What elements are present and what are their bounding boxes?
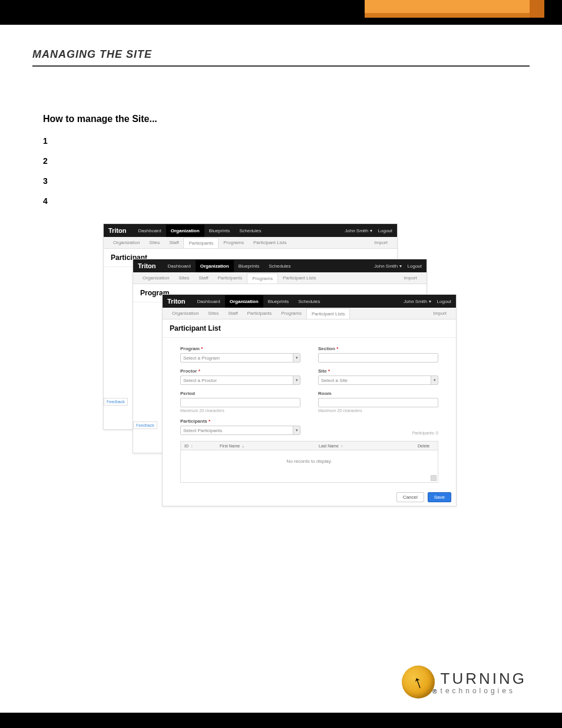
- form-footer: Cancel Save: [396, 492, 451, 502]
- grid-body: No records to display.: [180, 450, 438, 483]
- col-last-name[interactable]: Last Name◊: [315, 444, 414, 448]
- sub-programs[interactable]: Programs: [276, 311, 306, 316]
- sub-participants[interactable]: Participants: [183, 238, 219, 248]
- period-input[interactable]: [180, 398, 300, 407]
- import-link[interactable]: Import: [428, 311, 451, 316]
- app-topbar: Triton Dashboard Organization Blueprints…: [104, 224, 397, 237]
- logo-text-line2: technologies: [441, 687, 527, 695]
- sub-programs[interactable]: Programs: [247, 273, 278, 284]
- nav-blueprints[interactable]: Blueprints: [234, 263, 265, 269]
- user-menu[interactable]: John Smith ▾: [404, 299, 431, 304]
- program-label: Program *: [180, 346, 300, 351]
- sub-participants[interactable]: Participants: [242, 311, 276, 316]
- col-delete: Delete: [414, 444, 438, 448]
- proctor-label: Proctor *: [180, 368, 300, 374]
- sub-organization[interactable]: Organization: [138, 275, 174, 281]
- period-helper: Maximum 20 characters: [180, 409, 300, 413]
- sub-participant-lists[interactable]: Participant Lists: [306, 308, 350, 319]
- logout-link[interactable]: Logout: [408, 263, 422, 269]
- sub-staff[interactable]: Staff: [194, 275, 213, 281]
- nav-schedules[interactable]: Schedules: [293, 299, 325, 304]
- app-topbar: Triton Dashboard Organization Blueprints…: [133, 259, 427, 272]
- sub-participant-lists[interactable]: Participant Lists: [249, 240, 291, 245]
- site-select[interactable]: Select a Site▾: [318, 375, 438, 385]
- step-2: 2: [43, 156, 530, 166]
- form-area: Program * Select a Program▾ Section *: [163, 338, 456, 491]
- sub-organization[interactable]: Organization: [167, 311, 203, 316]
- nav-dashboard[interactable]: Dashboard: [163, 263, 196, 269]
- app-window-participant-list: Triton Dashboard Organization Blueprints…: [162, 294, 457, 506]
- section-title: MANAGING THE SITE: [32, 48, 530, 67]
- period-label: Period: [180, 391, 300, 396]
- participants-select[interactable]: Select Participants▾: [180, 426, 300, 435]
- sort-icon: ▴: [242, 444, 244, 448]
- sort-icon: ◊: [341, 444, 343, 448]
- cancel-button[interactable]: Cancel: [396, 492, 424, 502]
- chevron-down-icon: ▾: [293, 376, 300, 384]
- nav-schedules[interactable]: Schedules: [234, 228, 266, 233]
- howto-heading: How to manage the Site...: [43, 114, 530, 124]
- sub-participant-lists[interactable]: Participant Lists: [278, 275, 320, 281]
- import-link[interactable]: Import: [399, 275, 422, 281]
- step-4: 4: [43, 196, 530, 206]
- program-select[interactable]: Select a Program▾: [180, 353, 300, 363]
- nav-blueprints[interactable]: Blueprints: [263, 299, 294, 304]
- sub-organization[interactable]: Organization: [108, 240, 144, 245]
- user-menu[interactable]: John Smith ▾: [374, 263, 401, 269]
- app-brand: Triton: [108, 227, 127, 234]
- app-topbar: Triton Dashboard Organization Blueprints…: [163, 295, 456, 308]
- save-button[interactable]: Save: [428, 492, 451, 502]
- orange-accent: [365, 0, 544, 18]
- import-link[interactable]: Import: [369, 240, 392, 245]
- app-subbar: Organization Sites Staff Participants Pr…: [163, 308, 456, 319]
- room-label: Room: [318, 391, 438, 396]
- footer-logo: ↑ ® TURNING technologies: [402, 666, 527, 699]
- grid-header: ID◊ First Name▴ Last Name◊ Delete: [180, 441, 438, 450]
- sub-sites[interactable]: Sites: [174, 275, 194, 281]
- app-subbar: Organization Sites Staff Participants Pr…: [133, 272, 427, 284]
- sub-staff[interactable]: Staff: [164, 240, 183, 245]
- app-subbar: Organization Sites Staff Participants Pr…: [104, 237, 397, 249]
- arrow-icon: ↑: [411, 671, 426, 693]
- col-first-name[interactable]: First Name▴: [216, 444, 315, 448]
- nav-dashboard[interactable]: Dashboard: [193, 299, 225, 304]
- logout-link[interactable]: Logout: [437, 299, 451, 304]
- chevron-down-icon: ▾: [293, 354, 300, 362]
- room-helper: Maximum 20 characters: [318, 409, 438, 413]
- nav-blueprints[interactable]: Blueprints: [204, 228, 235, 233]
- participants-count: Participants: 0: [318, 431, 438, 435]
- user-menu[interactable]: John Smith ▾: [345, 228, 372, 233]
- sub-programs[interactable]: Programs: [219, 240, 249, 245]
- step-list: 1 2 3 4: [43, 136, 530, 206]
- sub-participants[interactable]: Participants: [213, 275, 247, 281]
- nav-schedules[interactable]: Schedules: [264, 263, 295, 269]
- sub-sites[interactable]: Sites: [203, 311, 223, 316]
- nav-organization[interactable]: Organization: [196, 260, 234, 272]
- logo-text-line1: TURNING: [441, 670, 527, 688]
- step-3: 3: [43, 176, 530, 186]
- app-brand: Triton: [138, 262, 156, 269]
- participants-label: Participants *: [180, 419, 300, 424]
- feedback-tab[interactable]: Feedback: [104, 398, 128, 406]
- top-black-bar: [0, 0, 562, 25]
- proctor-select[interactable]: Select a Proctor▾: [180, 375, 300, 385]
- nav-dashboard[interactable]: Dashboard: [134, 228, 166, 233]
- section-input[interactable]: [318, 353, 438, 363]
- sort-icon: ◊: [191, 444, 193, 448]
- sub-sites[interactable]: Sites: [144, 240, 164, 245]
- sub-staff[interactable]: Staff: [223, 311, 242, 316]
- chevron-down-icon: ▾: [431, 376, 438, 384]
- site-label: Site *: [318, 368, 438, 374]
- scroll-handle[interactable]: [431, 475, 437, 481]
- chevron-down-icon: ▾: [399, 263, 402, 269]
- nav-organization[interactable]: Organization: [166, 225, 204, 237]
- section-label: Section *: [318, 346, 438, 351]
- room-input[interactable]: [318, 398, 438, 407]
- col-id[interactable]: ID◊: [181, 444, 216, 448]
- feedback-tab[interactable]: Feedback: [133, 421, 157, 429]
- nav-organization[interactable]: Organization: [225, 295, 263, 308]
- logout-link[interactable]: Logout: [378, 228, 392, 233]
- app-brand: Triton: [167, 298, 186, 305]
- page-header: Participant List: [163, 319, 456, 338]
- chevron-down-icon: ▾: [293, 426, 300, 434]
